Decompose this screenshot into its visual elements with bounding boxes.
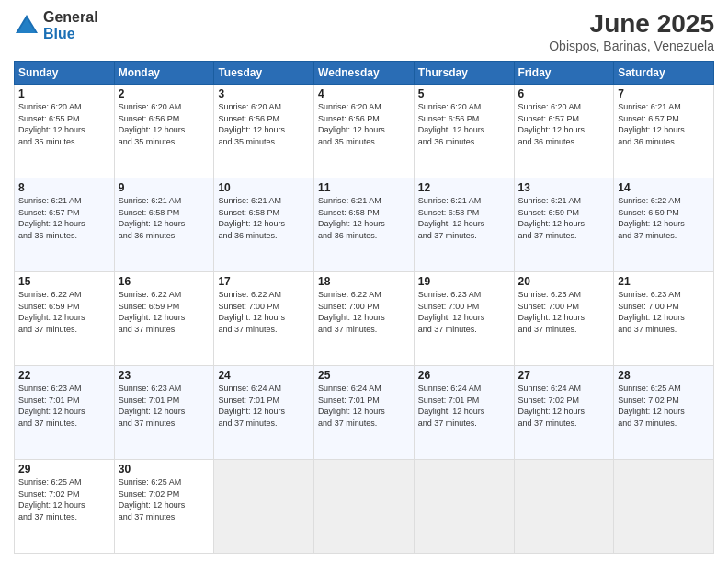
day-info: Sunrise: 6:20 AM Sunset: 6:55 PM Dayligh…: [18, 101, 110, 147]
calendar-cell: 21Sunrise: 6:23 AM Sunset: 7:00 PM Dayli…: [614, 272, 714, 366]
day-number: 7: [618, 87, 710, 100]
day-info: Sunrise: 6:21 AM Sunset: 6:57 PM Dayligh…: [618, 101, 710, 147]
logo-text: General Blue: [43, 9, 98, 41]
day-info: Sunrise: 6:23 AM Sunset: 7:01 PM Dayligh…: [18, 383, 110, 429]
calendar-cell: 29Sunrise: 6:25 AM Sunset: 7:02 PM Dayli…: [15, 460, 115, 554]
day-info: Sunrise: 6:20 AM Sunset: 6:56 PM Dayligh…: [218, 101, 310, 147]
day-number: 11: [318, 181, 410, 194]
day-number: 5: [418, 87, 510, 100]
calendar-cell: [514, 460, 614, 554]
day-info: Sunrise: 6:24 AM Sunset: 7:01 PM Dayligh…: [418, 383, 510, 429]
day-number: 22: [18, 369, 110, 382]
day-info: Sunrise: 6:22 AM Sunset: 6:59 PM Dayligh…: [18, 289, 110, 335]
calendar-cell: 2Sunrise: 6:20 AM Sunset: 6:56 PM Daylig…: [114, 85, 214, 178]
calendar-cell: 9Sunrise: 6:21 AM Sunset: 6:58 PM Daylig…: [114, 178, 214, 272]
day-info: Sunrise: 6:24 AM Sunset: 7:01 PM Dayligh…: [318, 383, 410, 429]
calendar-cell: 25Sunrise: 6:24 AM Sunset: 7:01 PM Dayli…: [314, 366, 415, 460]
day-number: 30: [119, 463, 210, 476]
day-info: Sunrise: 6:21 AM Sunset: 6:58 PM Dayligh…: [119, 195, 210, 241]
calendar-cell: 30Sunrise: 6:25 AM Sunset: 7:02 PM Dayli…: [114, 460, 214, 554]
calendar-header-sunday: Sunday: [15, 62, 115, 85]
calendar-cell: 5Sunrise: 6:20 AM Sunset: 6:56 PM Daylig…: [414, 85, 514, 178]
calendar-cell: 14Sunrise: 6:22 AM Sunset: 6:59 PM Dayli…: [614, 178, 714, 272]
logo-blue: Blue: [43, 26, 98, 42]
day-number: 13: [518, 181, 610, 194]
calendar-cell: 6Sunrise: 6:20 AM Sunset: 6:57 PM Daylig…: [514, 85, 614, 178]
day-info: Sunrise: 6:24 AM Sunset: 7:01 PM Dayligh…: [218, 383, 310, 429]
day-number: 2: [119, 87, 210, 100]
calendar-cell: 13Sunrise: 6:21 AM Sunset: 6:59 PM Dayli…: [514, 178, 614, 272]
calendar-header-tuesday: Tuesday: [214, 62, 314, 85]
day-number: 18: [318, 275, 410, 288]
logo: General Blue: [14, 9, 98, 41]
calendar-week-row: 1Sunrise: 6:20 AM Sunset: 6:55 PM Daylig…: [15, 85, 714, 178]
day-number: 25: [318, 369, 410, 382]
day-info: Sunrise: 6:20 AM Sunset: 6:57 PM Dayligh…: [518, 101, 610, 147]
day-number: 17: [218, 275, 310, 288]
day-number: 3: [218, 87, 310, 100]
day-number: 12: [418, 181, 510, 194]
calendar-header-wednesday: Wednesday: [314, 62, 415, 85]
day-info: Sunrise: 6:21 AM Sunset: 6:59 PM Dayligh…: [518, 195, 610, 241]
calendar-cell: [614, 460, 714, 554]
calendar-cell: 10Sunrise: 6:21 AM Sunset: 6:58 PM Dayli…: [214, 178, 314, 272]
day-number: 9: [119, 181, 210, 194]
day-info: Sunrise: 6:23 AM Sunset: 7:00 PM Dayligh…: [418, 289, 510, 335]
calendar-week-row: 22Sunrise: 6:23 AM Sunset: 7:01 PM Dayli…: [15, 366, 714, 460]
calendar-cell: 15Sunrise: 6:22 AM Sunset: 6:59 PM Dayli…: [15, 272, 115, 366]
day-info: Sunrise: 6:23 AM Sunset: 7:00 PM Dayligh…: [618, 289, 710, 335]
day-number: 20: [518, 275, 610, 288]
logo-general: General: [43, 9, 98, 26]
calendar-cell: 26Sunrise: 6:24 AM Sunset: 7:01 PM Dayli…: [414, 366, 514, 460]
calendar-cell: 4Sunrise: 6:20 AM Sunset: 6:56 PM Daylig…: [314, 85, 415, 178]
day-number: 26: [418, 369, 510, 382]
day-number: 4: [318, 87, 410, 100]
day-info: Sunrise: 6:21 AM Sunset: 6:58 PM Dayligh…: [318, 195, 410, 241]
title-block: June 2025 Obispos, Barinas, Venezuela: [549, 9, 714, 53]
calendar-week-row: 8Sunrise: 6:21 AM Sunset: 6:57 PM Daylig…: [15, 178, 714, 272]
main-title: June 2025: [549, 9, 714, 39]
calendar-cell: [214, 460, 314, 554]
day-info: Sunrise: 6:25 AM Sunset: 7:02 PM Dayligh…: [119, 477, 210, 523]
day-info: Sunrise: 6:21 AM Sunset: 6:58 PM Dayligh…: [218, 195, 310, 241]
calendar-cell: 16Sunrise: 6:22 AM Sunset: 6:59 PM Dayli…: [114, 272, 214, 366]
day-info: Sunrise: 6:22 AM Sunset: 6:59 PM Dayligh…: [618, 195, 710, 241]
calendar-cell: 1Sunrise: 6:20 AM Sunset: 6:55 PM Daylig…: [15, 85, 115, 178]
calendar-header-row: SundayMondayTuesdayWednesdayThursdayFrid…: [15, 62, 714, 85]
day-number: 14: [618, 181, 710, 194]
day-info: Sunrise: 6:23 AM Sunset: 7:01 PM Dayligh…: [119, 383, 210, 429]
day-info: Sunrise: 6:21 AM Sunset: 6:58 PM Dayligh…: [418, 195, 510, 241]
calendar-cell: 23Sunrise: 6:23 AM Sunset: 7:01 PM Dayli…: [114, 366, 214, 460]
calendar-week-row: 15Sunrise: 6:22 AM Sunset: 6:59 PM Dayli…: [15, 272, 714, 366]
calendar-cell: 28Sunrise: 6:25 AM Sunset: 7:02 PM Dayli…: [614, 366, 714, 460]
calendar-week-row: 29Sunrise: 6:25 AM Sunset: 7:02 PM Dayli…: [15, 460, 714, 554]
calendar-cell: 7Sunrise: 6:21 AM Sunset: 6:57 PM Daylig…: [614, 85, 714, 178]
day-info: Sunrise: 6:20 AM Sunset: 6:56 PM Dayligh…: [418, 101, 510, 147]
calendar-cell: 24Sunrise: 6:24 AM Sunset: 7:01 PM Dayli…: [214, 366, 314, 460]
day-info: Sunrise: 6:22 AM Sunset: 7:00 PM Dayligh…: [318, 289, 410, 335]
day-number: 6: [518, 87, 610, 100]
day-info: Sunrise: 6:23 AM Sunset: 7:00 PM Dayligh…: [518, 289, 610, 335]
calendar-cell: 12Sunrise: 6:21 AM Sunset: 6:58 PM Dayli…: [414, 178, 514, 272]
day-info: Sunrise: 6:25 AM Sunset: 7:02 PM Dayligh…: [618, 383, 710, 429]
day-number: 28: [618, 369, 710, 382]
page: General Blue June 2025 Obispos, Barinas,…: [0, 0, 728, 563]
day-info: Sunrise: 6:22 AM Sunset: 6:59 PM Dayligh…: [119, 289, 210, 335]
day-number: 15: [18, 275, 110, 288]
day-number: 27: [518, 369, 610, 382]
day-info: Sunrise: 6:24 AM Sunset: 7:02 PM Dayligh…: [518, 383, 610, 429]
day-number: 1: [18, 87, 110, 100]
day-number: 8: [18, 181, 110, 194]
calendar-cell: 17Sunrise: 6:22 AM Sunset: 7:00 PM Dayli…: [214, 272, 314, 366]
day-info: Sunrise: 6:21 AM Sunset: 6:57 PM Dayligh…: [18, 195, 110, 241]
day-info: Sunrise: 6:22 AM Sunset: 7:00 PM Dayligh…: [218, 289, 310, 335]
day-number: 24: [218, 369, 310, 382]
header: General Blue June 2025 Obispos, Barinas,…: [14, 9, 714, 53]
calendar-header-saturday: Saturday: [614, 62, 714, 85]
calendar-header-monday: Monday: [114, 62, 214, 85]
calendar-cell: 20Sunrise: 6:23 AM Sunset: 7:00 PM Dayli…: [514, 272, 614, 366]
calendar-cell: 19Sunrise: 6:23 AM Sunset: 7:00 PM Dayli…: [414, 272, 514, 366]
logo-icon: [14, 13, 40, 39]
day-number: 29: [18, 463, 110, 476]
calendar-cell: 3Sunrise: 6:20 AM Sunset: 6:56 PM Daylig…: [214, 85, 314, 178]
